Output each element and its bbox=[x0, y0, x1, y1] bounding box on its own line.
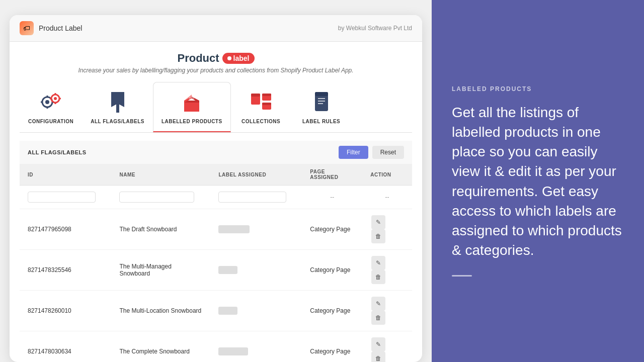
right-panel-description: Get all the listings of labelled product… bbox=[452, 103, 624, 260]
filter-name-input[interactable] bbox=[119, 192, 194, 203]
configuration-icon bbox=[38, 89, 63, 115]
app-subtitle: by Webkul Software Pvt Ltd bbox=[338, 25, 412, 32]
table-section: ALL FLAGS/LABELS Filter Reset ID NAME LA… bbox=[20, 141, 412, 362]
filter-page-empty: -- bbox=[302, 186, 362, 209]
logo-badge: label bbox=[222, 53, 255, 64]
tab-labelled-products[interactable]: LABELLED PRODUCTS bbox=[153, 82, 231, 132]
table-row: 8271477965098 The Draft Snowboard Partly… bbox=[20, 209, 412, 250]
tab-labelled-products-label: LABELLED PRODUCTS bbox=[162, 119, 222, 124]
col-action: ACTION bbox=[362, 164, 412, 186]
svg-rect-27 bbox=[315, 92, 328, 96]
svg-point-1 bbox=[45, 100, 49, 104]
row3-actions: ✎ 🗑 bbox=[362, 291, 412, 331]
svg-rect-13 bbox=[116, 104, 119, 113]
table-row: 8271478260010 The Multi-Location Snowboa… bbox=[20, 291, 412, 331]
row1-actions: ✎ 🗑 bbox=[362, 209, 412, 250]
svg-rect-19 bbox=[189, 97, 194, 100]
table-actions: Filter Reset bbox=[339, 146, 404, 159]
svg-rect-28 bbox=[318, 98, 325, 99]
col-page: PAGE ASSIGNED bbox=[302, 164, 362, 186]
logo-container: Product label bbox=[177, 52, 254, 65]
right-panel-label: LABELED PRODUCTS bbox=[452, 85, 624, 93]
col-name: NAME bbox=[111, 164, 210, 186]
row4-label-badge: Discount bbox=[218, 347, 248, 355]
tab-label-rules[interactable]: LABEL RULES bbox=[291, 82, 352, 132]
table-row: 8271478030634 The Complete Snowboard Dis… bbox=[20, 331, 412, 363]
row2-page: Category Page bbox=[302, 250, 362, 291]
row3-delete-button[interactable]: 🗑 bbox=[371, 311, 385, 325]
title-bar-left: 🏷 Product Label bbox=[20, 21, 82, 35]
reset-button[interactable]: Reset bbox=[372, 146, 404, 159]
row4-actions: ✎ 🗑 bbox=[362, 331, 412, 363]
svg-rect-25 bbox=[262, 103, 271, 105]
row2-id: 8271478325546 bbox=[20, 250, 111, 291]
logo-product-text: Product bbox=[177, 52, 219, 65]
filter-button[interactable]: Filter bbox=[339, 146, 368, 159]
tab-label-rules-label: LABEL RULES bbox=[302, 119, 340, 124]
row1-id: 8271477965098 bbox=[20, 209, 111, 250]
nav-tabs: CONFIGURATION ALL FLAGS/LABELS bbox=[20, 82, 412, 133]
row4-page: Category Page bbox=[302, 331, 362, 363]
row2-delete-button[interactable]: 🗑 bbox=[371, 270, 385, 284]
row1-page: Category Page bbox=[302, 209, 362, 250]
app-content: Product label Increase your sales by lab… bbox=[10, 42, 422, 362]
row1-delete-button[interactable]: 🗑 bbox=[371, 229, 385, 243]
row3-id: 8271478260010 bbox=[20, 291, 111, 331]
row2-name: The Multi-Managed Snowboard bbox=[111, 250, 210, 291]
row4-edit-button[interactable]: ✎ bbox=[371, 337, 385, 351]
table-header-bar: ALL FLAGS/LABELS Filter Reset bbox=[20, 141, 412, 164]
table-section-title: ALL FLAGS/LABELS bbox=[28, 149, 87, 155]
data-table: ID NAME LABEL ASSIGNED PAGE ASSIGNED ACT… bbox=[20, 164, 412, 362]
collections-icon bbox=[249, 89, 274, 115]
row4-delete-button[interactable]: 🗑 bbox=[371, 351, 385, 362]
row3-label-badge: New bbox=[218, 307, 237, 315]
svg-rect-29 bbox=[318, 101, 325, 102]
row3-edit-button[interactable]: ✎ bbox=[371, 297, 385, 311]
left-panel: 🏷 Product Label by Webkul Software Pvt L… bbox=[0, 0, 432, 362]
table-row: 8271478325546 The Multi-Managed Snowboar… bbox=[20, 250, 412, 291]
tab-collections-label: COLLECTIONS bbox=[242, 119, 280, 124]
row4-label: Discount bbox=[210, 331, 302, 363]
col-label: LABEL ASSIGNED bbox=[210, 164, 302, 186]
row2-actions: ✎ 🗑 bbox=[362, 250, 412, 291]
row1-label-badge: Partly Up bbox=[218, 225, 249, 233]
app-window: 🏷 Product Label by Webkul Software Pvt L… bbox=[10, 15, 422, 362]
svg-rect-30 bbox=[318, 103, 323, 104]
tab-configuration-label: CONFIGURATION bbox=[28, 119, 73, 124]
row1-name: The Draft Snowboard bbox=[111, 209, 210, 250]
logo-area: Product label Increase your sales by lab… bbox=[20, 52, 412, 74]
row4-name: The Complete Snowboard bbox=[111, 331, 210, 363]
app-icon: 🏷 bbox=[20, 21, 34, 35]
tab-all-flags[interactable]: ALL FLAGS/LABELS bbox=[82, 82, 153, 132]
table-header-row: ID NAME LABEL ASSIGNED PAGE ASSIGNED ACT… bbox=[20, 164, 412, 186]
filter-action-empty: -- bbox=[362, 186, 412, 209]
app-title: Product Label bbox=[39, 24, 82, 32]
logo-badge-label: label bbox=[233, 54, 250, 62]
filter-id-input[interactable] bbox=[28, 192, 96, 203]
row3-label: New bbox=[210, 291, 302, 331]
svg-rect-23 bbox=[262, 94, 271, 96]
row2-label-badge: Sale bbox=[218, 266, 237, 274]
all-flags-icon bbox=[105, 89, 130, 115]
table-filter-row: -- -- bbox=[20, 186, 412, 209]
row2-label: Sale bbox=[210, 250, 302, 291]
right-panel-divider bbox=[452, 275, 472, 277]
logo-dot bbox=[227, 56, 231, 60]
filter-label-input[interactable] bbox=[218, 192, 286, 203]
row4-id: 8271478030634 bbox=[20, 331, 111, 363]
row2-edit-button[interactable]: ✎ bbox=[371, 256, 385, 270]
row1-label: Partly Up bbox=[210, 209, 302, 250]
right-panel: LABELED PRODUCTS Get all the listings of… bbox=[432, 0, 644, 362]
row3-name: The Multi-Location Snowboard bbox=[111, 291, 210, 331]
tab-all-flags-label: ALL FLAGS/LABELS bbox=[91, 119, 144, 124]
title-bar: 🏷 Product Label by Webkul Software Pvt L… bbox=[10, 15, 422, 42]
row1-edit-button[interactable]: ✎ bbox=[371, 215, 385, 229]
row3-page: Category Page bbox=[302, 291, 362, 331]
logo-subtitle: Increase your sales by labelling/flaggin… bbox=[20, 67, 412, 74]
labelled-products-icon bbox=[179, 89, 204, 115]
tab-collections[interactable]: COLLECTIONS bbox=[231, 82, 291, 132]
svg-rect-21 bbox=[251, 94, 260, 97]
tab-configuration[interactable]: CONFIGURATION bbox=[20, 82, 82, 132]
svg-point-7 bbox=[54, 97, 57, 100]
col-id: ID bbox=[20, 164, 111, 186]
